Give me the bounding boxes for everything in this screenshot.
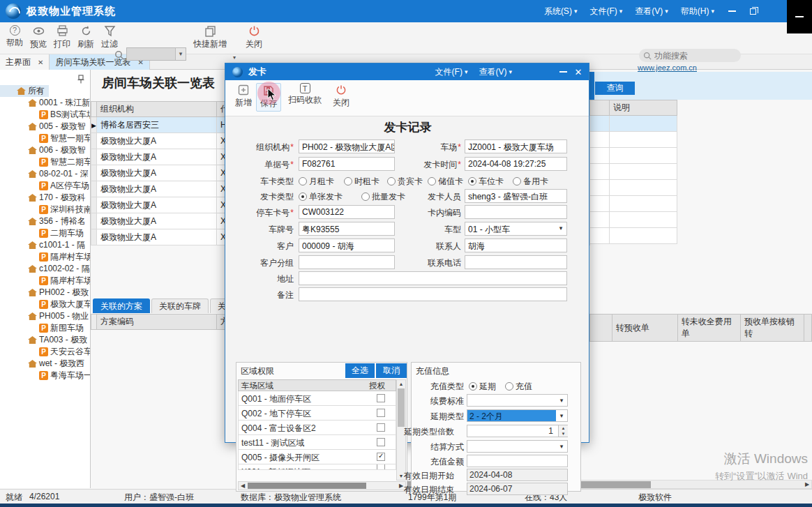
tree-item-park[interactable]: 隔岸村车场 — [0, 275, 91, 287]
doc-no-input[interactable]: F082761 — [299, 157, 395, 171]
radio-spare[interactable]: 备用卡 — [513, 176, 548, 188]
menu-system[interactable]: 系统(S) — [544, 6, 578, 17]
horizontal-scrollbar[interactable] — [238, 481, 406, 490]
tree-item-park[interactable]: 智慧一期车 — [0, 133, 91, 144]
tree-item-park[interactable]: A区停车场 — [0, 180, 91, 192]
tree-item-org[interactable]: 0001 - 珠江新 — [0, 97, 91, 109]
radio-vip[interactable]: 贵宾卡 — [387, 176, 423, 188]
tree-item-park[interactable]: BS测试车场 — [0, 109, 91, 121]
column-header-area[interactable]: 车场区域 — [239, 380, 366, 391]
table-row[interactable] — [590, 116, 677, 132]
table-row[interactable] — [590, 180, 677, 196]
address-input[interactable] — [299, 271, 567, 285]
checkbox-icon[interactable] — [377, 409, 385, 417]
menu-help[interactable]: 帮助(H) — [681, 6, 714, 17]
scrollbar-thumb[interactable] — [398, 388, 405, 427]
function-search-input[interactable] — [654, 51, 731, 61]
radio-parking-space[interactable]: 车位卡 — [468, 176, 504, 188]
card-code-input[interactable] — [465, 205, 567, 219]
select-all-button[interactable]: 全选 — [345, 363, 375, 378]
delay-multiplier-stepper[interactable]: 1 — [467, 425, 568, 437]
query-button[interactable]: 查询 — [595, 82, 635, 95]
tree-item-org[interactable]: PH002 - 极致 — [0, 287, 91, 298]
dialog-menu-view[interactable]: 查看(V) — [479, 66, 512, 78]
radio-single-issue[interactable]: 单张发卡 — [299, 191, 343, 203]
customer-input[interactable]: 000009 - 胡海 — [299, 239, 395, 252]
area-row[interactable]: Q004 - 富士设备区2 — [238, 421, 396, 435]
dialog-minimize-button[interactable] — [555, 63, 571, 80]
radio-delay[interactable]: 延期 — [469, 381, 496, 393]
park-input[interactable]: JZ0001 - 极致大厦车场 — [465, 139, 567, 153]
checkbox-icon[interactable] — [377, 423, 385, 432]
column-header-writeoff[interactable]: 预收单按核销转 — [740, 315, 804, 342]
table-row[interactable] — [590, 196, 677, 212]
tree-item-park[interactable]: 深圳科技南 — [0, 204, 91, 215]
minimize-button[interactable] — [723, 0, 741, 22]
tree-item-org[interactable]: 170 - 极致科 — [0, 192, 91, 204]
tree-item-org[interactable]: PH005 - 物业 — [0, 310, 91, 322]
checkbox-icon[interactable] — [377, 464, 385, 470]
column-header-auth[interactable]: 授权 — [366, 380, 396, 391]
remark-input[interactable] — [299, 287, 567, 301]
delay-type-select[interactable]: 2 - 2个月 — [467, 409, 568, 422]
help-button[interactable]: 帮助 — [3, 25, 27, 49]
radio-recharge[interactable]: 充值 — [505, 381, 532, 393]
filter-button[interactable]: 过滤 — [98, 25, 121, 50]
radio-hourly[interactable]: 时租卡 — [344, 176, 379, 188]
renew-standard-select[interactable] — [467, 394, 568, 407]
tree-item-park[interactable]: 极致大厦车 — [0, 298, 91, 310]
dialog-menu-file[interactable]: 文件(F) — [435, 66, 468, 78]
vehicle-type-select[interactable]: 01 - 小型车 — [465, 222, 567, 236]
tree-item-org[interactable]: c1001-1 - 隔 — [0, 239, 91, 251]
tree-item-org[interactable]: wet - 极致西 — [0, 358, 91, 370]
tab-related-plates[interactable]: 关联的车牌 — [151, 298, 209, 313]
tree-item-park[interactable]: 粤海车场一 — [0, 370, 91, 381]
chevron-down-icon[interactable] — [556, 395, 567, 406]
checkbox-checked-icon[interactable] — [377, 453, 385, 461]
area-row[interactable]: test11 - 测试区域 — [238, 435, 396, 450]
menu-file[interactable]: 文件(F) — [589, 6, 622, 17]
column-header-org[interactable]: 组织机构 — [97, 102, 217, 117]
tab-related-plans[interactable]: 关联的方案 — [93, 298, 150, 313]
column-header-pre-receipt[interactable]: 转预收单 — [612, 315, 677, 342]
tree-item-park[interactable]: 隔岸村车场 — [0, 251, 91, 263]
area-row[interactable]: Q005 - 摄像头开闸区 — [238, 450, 396, 464]
tree-item-org[interactable]: 08-02-01 - 深 — [0, 168, 91, 180]
chevron-down-icon[interactable] — [555, 222, 566, 235]
tree-item-park[interactable]: 二期车场 — [0, 227, 91, 239]
tree-item-org[interactable]: 006 - 极致智 — [0, 144, 91, 156]
tree-item-park[interactable]: 天安云谷车 — [0, 346, 91, 358]
column-header-desc[interactable]: 说明 — [610, 100, 677, 116]
plate-input[interactable]: 粤K93555 — [299, 222, 395, 236]
issuer-input[interactable]: sheng3 - 盛智强-白班 — [465, 189, 567, 203]
tree-item-park[interactable]: 智慧二期车 — [0, 156, 91, 168]
restore-button[interactable] — [744, 0, 762, 22]
checkbox-icon[interactable] — [377, 438, 385, 446]
dialog-new-button[interactable]: 新增 — [231, 83, 256, 109]
toolbar-search-combo[interactable] — [126, 47, 186, 61]
area-row[interactable]: Q002 - 地下停车区 — [238, 406, 396, 421]
dialog-close-toolbar-button[interactable]: 关闭 — [329, 83, 354, 109]
phone-input[interactable] — [465, 255, 567, 269]
dialog-scan-pay-button[interactable]: 扫码收款 — [285, 83, 324, 106]
tree-item-park[interactable]: 新围车场 — [0, 322, 91, 334]
chevron-down-icon[interactable] — [556, 441, 567, 452]
menu-view[interactable]: 查看(V) — [635, 6, 668, 17]
scroll-up-icon[interactable] — [397, 380, 405, 388]
dialog-close-button[interactable] — [571, 63, 586, 80]
chevron-down-icon[interactable] — [175, 48, 186, 60]
radio-stored-value[interactable]: 储值卡 — [428, 176, 463, 188]
amount-input[interactable] — [467, 455, 568, 467]
close-tab-icon[interactable] — [38, 59, 43, 66]
area-row[interactable]: X001 - 新都汇地面 — [238, 464, 396, 470]
checkbox-icon[interactable] — [377, 394, 385, 402]
table-row[interactable] — [590, 132, 677, 148]
settlement-select[interactable] — [467, 440, 568, 453]
close-button[interactable]: 关闭 — [241, 25, 266, 50]
cancel-button[interactable]: 取消 — [376, 363, 407, 378]
table-row[interactable] — [590, 228, 677, 244]
chevron-down-icon[interactable] — [556, 410, 567, 421]
scroll-left-icon[interactable] — [239, 482, 247, 490]
website-link[interactable]: www.jeez.com.cn — [638, 63, 697, 72]
tree-item-org[interactable]: 356 - 博裕名 — [0, 215, 91, 227]
